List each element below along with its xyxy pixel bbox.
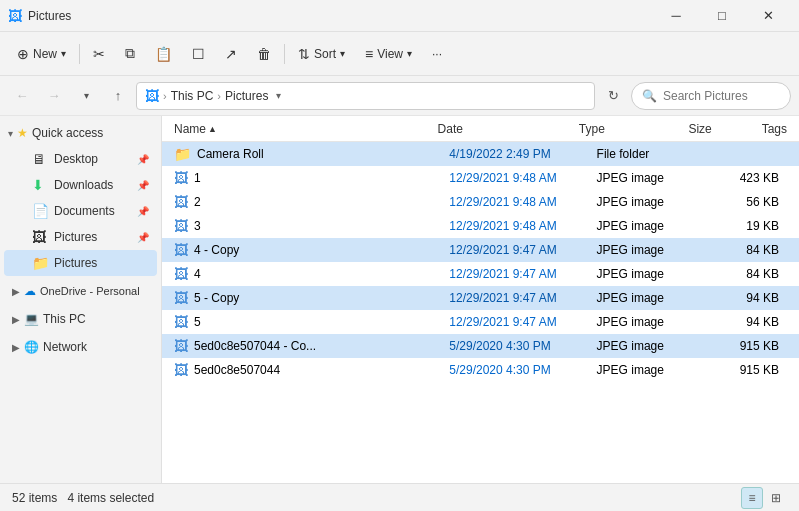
address-path[interactable]: 🖼 › This PC › Pictures ▾ (136, 82, 595, 110)
file-name-cell: 🖼 4 - Copy (170, 242, 445, 258)
pictures2-icon: 📁 (32, 255, 48, 271)
file-name-cell: 🖼 5 - Copy (170, 290, 445, 306)
onedrive-section: ▶ ☁ OneDrive - Personal (0, 278, 161, 304)
col-size-label: Size (688, 122, 711, 136)
search-input[interactable] (663, 89, 799, 103)
file-date-cell: 5/29/2020 4:30 PM (445, 363, 592, 377)
sidebar-item-downloads[interactable]: ⬇ Downloads 📌 (4, 172, 157, 198)
paste-icon: 📋 (155, 46, 172, 62)
more-button[interactable]: ··· (423, 38, 451, 70)
file-type-cell: JPEG image (593, 195, 707, 209)
file-icon: 🖼 (174, 290, 188, 306)
view-button[interactable]: ≡ View ▾ (356, 38, 421, 70)
desktop-pin-icon: 📌 (137, 154, 149, 165)
view-label: View (377, 47, 403, 61)
file-date-cell: 4/19/2022 2:49 PM (445, 147, 592, 161)
title-bar: 🖼 Pictures ─ □ ✕ (0, 0, 799, 32)
sort-button[interactable]: ⇅ Sort ▾ (289, 38, 354, 70)
file-name-cell: 🖼 5 (170, 314, 445, 330)
onedrive-label: OneDrive - Personal (40, 285, 140, 297)
table-row[interactable]: 🖼 5 12/29/2021 9:47 AM JPEG image 94 KB (162, 310, 799, 334)
more-label: ··· (432, 47, 442, 61)
onedrive-header[interactable]: ▶ ☁ OneDrive - Personal (0, 278, 161, 304)
main-area: ▾ ★ Quick access 🖥 Desktop 📌 ⬇ Downloads… (0, 116, 799, 483)
view-icon: ≡ (365, 46, 373, 62)
close-button[interactable]: ✕ (745, 0, 791, 32)
file-date-cell: 12/29/2021 9:47 AM (445, 315, 592, 329)
col-header-tags[interactable]: Tags (758, 122, 791, 136)
table-row[interactable]: 🖼 1 12/29/2021 9:48 AM JPEG image 423 KB (162, 166, 799, 190)
up-button[interactable]: ↑ (104, 82, 132, 110)
table-row[interactable]: 🖼 5 - Copy 12/29/2021 9:47 AM JPEG image… (162, 286, 799, 310)
sidebar-item-desktop[interactable]: 🖥 Desktop 📌 (4, 146, 157, 172)
table-row[interactable]: 🖼 4 - Copy 12/29/2021 9:47 AM JPEG image… (162, 238, 799, 262)
network-section: ▶ 🌐 Network (0, 334, 161, 360)
downloads-label: Downloads (54, 178, 131, 192)
sidebar-item-documents[interactable]: 📄 Documents 📌 (4, 198, 157, 224)
recent-button[interactable]: ▾ (72, 82, 100, 110)
rename-button[interactable]: ☐ (183, 38, 214, 70)
copy-button[interactable]: ⧉ (116, 38, 144, 70)
quick-access-label: Quick access (32, 126, 103, 140)
file-icon: 🖼 (174, 362, 188, 378)
col-header-type[interactable]: Type (575, 122, 685, 136)
refresh-button[interactable]: ↻ (599, 82, 627, 110)
table-row[interactable]: 🖼 3 12/29/2021 9:48 AM JPEG image 19 KB (162, 214, 799, 238)
details-view-button[interactable]: ≡ (741, 487, 763, 509)
new-chevron-icon: ▾ (61, 48, 66, 59)
documents-icon: 📄 (32, 203, 48, 219)
network-icon: 🌐 (24, 340, 39, 354)
table-row[interactable]: 🖼 2 12/29/2021 9:48 AM JPEG image 56 KB (162, 190, 799, 214)
file-list: Name ▲ Date Type Size Tags 📁 Camera Roll… (162, 116, 799, 483)
back-button[interactable]: ← (8, 82, 36, 110)
file-size-cell: 915 KB (707, 339, 783, 353)
share-icon: ↗ (225, 46, 237, 62)
col-header-size[interactable]: Size (684, 122, 757, 136)
column-headers: Name ▲ Date Type Size Tags (162, 116, 799, 142)
thispc-section: ▶ 💻 This PC (0, 306, 161, 332)
minimize-button[interactable]: ─ (653, 0, 699, 32)
sort-chevron-icon: ▾ (340, 48, 345, 59)
maximize-button[interactable]: □ (699, 0, 745, 32)
search-box[interactable]: 🔍 (631, 82, 791, 110)
file-date-cell: 12/29/2021 9:48 AM (445, 219, 592, 233)
address-bar: ← → ▾ ↑ 🖼 › This PC › Pictures ▾ ↻ 🔍 (0, 76, 799, 116)
delete-button[interactable]: 🗑 (248, 38, 280, 70)
desktop-label: Desktop (54, 152, 131, 166)
file-type-cell: JPEG image (593, 339, 707, 353)
file-name-cell: 🖼 2 (170, 194, 445, 210)
sidebar-item-pictures2[interactable]: 📁 Pictures (4, 250, 157, 276)
file-name-text: 5ed0c8e507044 (194, 363, 280, 377)
table-row[interactable]: 🖼 4 12/29/2021 9:47 AM JPEG image 84 KB (162, 262, 799, 286)
file-type-cell: JPEG image (593, 363, 707, 377)
file-size-cell: 94 KB (707, 315, 783, 329)
table-row[interactable]: 📁 Camera Roll 4/19/2022 2:49 PM File fol… (162, 142, 799, 166)
forward-button[interactable]: → (40, 82, 68, 110)
new-button[interactable]: ⊕ New ▾ (8, 38, 75, 70)
thispc-header[interactable]: ▶ 💻 This PC (0, 306, 161, 332)
path-separator-1: › (163, 90, 167, 102)
file-icon: 🖼 (174, 266, 188, 282)
sidebar-item-pictures1[interactable]: 🖼 Pictures 📌 (4, 224, 157, 250)
toolbar: ⊕ New ▾ ✂ ⧉ 📋 ☐ ↗ 🗑 ⇅ Sort ▾ ≡ View ▾ ··… (0, 32, 799, 76)
paste-button[interactable]: 📋 (146, 38, 181, 70)
col-header-name[interactable]: Name ▲ (170, 122, 434, 136)
rename-icon: ☐ (192, 46, 205, 62)
file-icon: 🖼 (174, 314, 188, 330)
file-type-cell: JPEG image (593, 315, 707, 329)
cut-button[interactable]: ✂ (84, 38, 114, 70)
tiles-view-button[interactable]: ⊞ (765, 487, 787, 509)
network-header[interactable]: ▶ 🌐 Network (0, 334, 161, 360)
file-rows-container: 📁 Camera Roll 4/19/2022 2:49 PM File fol… (162, 142, 799, 382)
share-button[interactable]: ↗ (216, 38, 246, 70)
new-label: New (33, 47, 57, 61)
cut-icon: ✂ (93, 46, 105, 62)
table-row[interactable]: 🖼 5ed0c8e507044 5/29/2020 4:30 PM JPEG i… (162, 358, 799, 382)
col-name-sort-icon: ▲ (208, 124, 217, 134)
col-header-date[interactable]: Date (434, 122, 575, 136)
table-row[interactable]: 🖼 5ed0c8e507044 - Co... 5/29/2020 4:30 P… (162, 334, 799, 358)
toolbar-separator-1 (79, 44, 80, 64)
file-icon: 🖼 (174, 338, 188, 354)
quick-access-header[interactable]: ▾ ★ Quick access (0, 120, 161, 146)
pictures1-label: Pictures (54, 230, 131, 244)
